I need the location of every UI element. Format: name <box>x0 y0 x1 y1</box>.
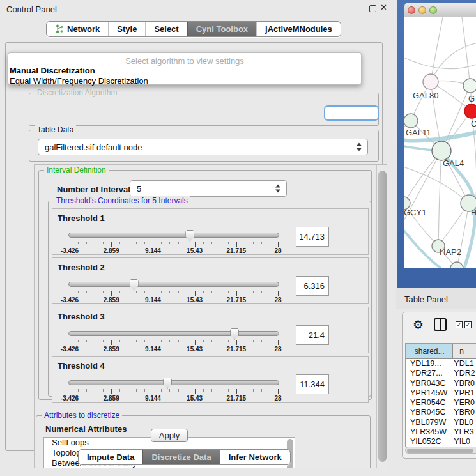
node-gal11[interactable] <box>404 114 418 128</box>
horizontal-scrollbar-thumb[interactable] <box>407 449 473 453</box>
node-gal4[interactable] <box>432 141 451 160</box>
node-label-g: G <box>468 94 475 104</box>
zoom-traffic-light[interactable] <box>429 6 437 14</box>
tick-label: 2.859 <box>104 296 119 303</box>
table-row[interactable]: YBR043CYBR0 <box>406 379 476 388</box>
threshold-slider[interactable] <box>68 380 279 385</box>
float-panel-icon[interactable] <box>369 5 376 12</box>
slider-thumb[interactable] <box>185 230 194 242</box>
table-data-label: Table Data <box>35 125 76 134</box>
apply-button[interactable]: Apply <box>151 429 188 442</box>
slider-ticks <box>70 340 278 345</box>
table-row[interactable]: YDL19...YDL1 <box>406 359 476 369</box>
gear-icon[interactable]: ⚙ <box>413 318 424 332</box>
tab-impute-data[interactable]: Impute Data <box>79 450 142 464</box>
tab-infer-network[interactable]: Infer Network <box>220 450 290 464</box>
number-of-intervals-combobox[interactable]: 5 <box>130 180 287 197</box>
control-panel-tabs: Network Style Select Cyni Toolbox jActiv… <box>46 21 341 37</box>
threshold-slider[interactable] <box>68 331 279 336</box>
minimize-traffic-light[interactable] <box>418 6 426 14</box>
cell-shared-name: YBR043C <box>406 379 454 388</box>
table-row[interactable]: YLR345WYLR3 <box>406 427 476 437</box>
close-icon[interactable]: ✕ <box>380 3 387 12</box>
table-row[interactable]: YDR27...YDR2 <box>406 369 476 378</box>
table-row[interactable]: YPR145WYPR1 <box>406 388 476 398</box>
tab-discretize-data[interactable]: Discretize Data <box>142 450 219 464</box>
node-top-right[interactable] <box>463 79 476 93</box>
threshold-label: Threshold 3 <box>58 312 105 321</box>
tick-label: 21.715 <box>227 247 247 254</box>
column-header-name[interactable]: n <box>453 344 476 359</box>
algorithm-dropdown-popup: Select algorithm to view settings Manual… <box>8 52 362 85</box>
combo-spinner-icon <box>275 185 281 193</box>
checkbox-icon[interactable]: ✓ <box>456 321 463 328</box>
cell-name: YDL1 <box>454 359 476 369</box>
tab-select[interactable]: Select <box>145 22 187 36</box>
network-graph: GAL80 G GAL11 C GAL4 GCY1 H HAP2 <box>404 17 476 268</box>
node-selected-red[interactable] <box>464 104 476 118</box>
tab-select-label: Select <box>154 24 178 34</box>
dropdown-option-manual-discretization[interactable]: Manual Discretization <box>10 66 95 75</box>
table-row[interactable]: YER054CYER0 <box>406 398 476 408</box>
tick-label: 21.715 <box>227 346 247 353</box>
threshold-value-field[interactable]: 14.713 <box>296 227 329 247</box>
tab-cyni-toolbox[interactable]: Cyni Toolbox <box>187 22 256 36</box>
tick-label: 9.144 <box>145 395 161 402</box>
interval-definition-group: Interval Definition Number of Intervals … <box>38 170 372 400</box>
cell-shared-name: YDR27... <box>406 369 454 378</box>
slider-thumb[interactable] <box>230 328 239 340</box>
horizontal-scrollbar[interactable] <box>405 447 476 454</box>
panel-scrollbar[interactable] <box>378 171 387 462</box>
slider-ticks <box>70 291 278 296</box>
dropdown-placeholder-option[interactable]: Select algorithm to view settings <box>8 56 361 66</box>
threshold-slider[interactable] <box>68 282 279 287</box>
threshold-panel-3: Threshold 3 -3.4262.8599.14415.4321.7152… <box>52 307 369 353</box>
columns-icon[interactable] <box>434 318 447 331</box>
tick-label: 28 <box>274 395 281 402</box>
checkbox-icon[interactable]: ✓ <box>464 321 472 328</box>
threshold-slider[interactable] <box>68 233 279 238</box>
threshold-value-field[interactable]: 6.316 <box>296 276 329 296</box>
table-row[interactable]: YBL079WYBL0 <box>406 418 476 427</box>
combo-spinner-icon <box>357 143 362 151</box>
slider-ticks <box>70 242 278 247</box>
cell-name: YPR1 <box>454 388 476 398</box>
algorithm-combobox[interactable] <box>324 105 379 121</box>
number-of-intervals-value: 5 <box>137 184 141 194</box>
tab-jactivemnodules[interactable]: jActiveMNodules <box>256 22 341 36</box>
slider-tick-labels: -3.4262.8599.14415.4321.71528 <box>70 296 278 303</box>
close-traffic-light[interactable] <box>408 6 415 14</box>
network-window-titlebar[interactable] <box>404 3 476 17</box>
tick-label: 2.859 <box>104 247 119 254</box>
column-header-shared-name[interactable]: shared... <box>406 344 453 359</box>
dropdown-option-equal-width[interactable]: Equal Width/Frequency Discretization <box>10 76 148 86</box>
tab-cyni-toolbox-label: Cyni Toolbox <box>196 24 248 34</box>
slider-thumb[interactable] <box>163 378 172 389</box>
panel-title: Control Panel <box>6 4 57 14</box>
cell-shared-name: YLR345W <box>406 427 454 437</box>
cell-shared-name: YBR045C <box>406 408 454 417</box>
table-row[interactable]: YBR045CYBR0 <box>406 408 476 417</box>
node-gal80[interactable] <box>423 74 438 89</box>
slider-thumb[interactable] <box>130 279 139 291</box>
table-panel-titlebar: Table Panel <box>396 288 476 309</box>
table-header: shared... n <box>406 344 476 359</box>
threshold-panel-2: Threshold 2 -3.4262.8599.14415.4321.7152… <box>52 257 369 304</box>
threshold-value-field[interactable]: 21.4 <box>296 325 329 345</box>
tab-discretize-data-label: Discretize Data <box>151 452 211 462</box>
cell-shared-name: YPR145W <box>406 388 454 398</box>
node-bottom[interactable] <box>450 262 463 268</box>
network-view-window[interactable]: GAL80 G GAL11 C GAL4 GCY1 H HAP2 <box>397 0 476 288</box>
table-row[interactable]: YIL052CYIL0 <box>406 437 476 447</box>
threshold-label: Threshold 1 <box>58 213 105 223</box>
tab-style[interactable]: Style <box>108 22 145 36</box>
threshold-value-field[interactable]: 11.344 <box>296 374 329 394</box>
threshold-panel-1: Threshold 1 -3.4262.8599.14415.4321.7152… <box>52 208 369 255</box>
tab-network[interactable]: Network <box>47 22 108 36</box>
network-canvas[interactable]: GAL80 G GAL11 C GAL4 GCY1 H HAP2 <box>404 17 476 268</box>
node-label-hap2: HAP2 <box>440 247 461 257</box>
table-data-combobox[interactable]: galFiltered.sif default node <box>38 139 368 155</box>
cyni-toolbox-panel: Discretization Algorithm Table Data galF… <box>5 42 383 451</box>
cell-shared-name: YIL052C <box>406 437 454 447</box>
settings-scroll-area: Interval Definition Number of Intervals … <box>34 164 387 468</box>
